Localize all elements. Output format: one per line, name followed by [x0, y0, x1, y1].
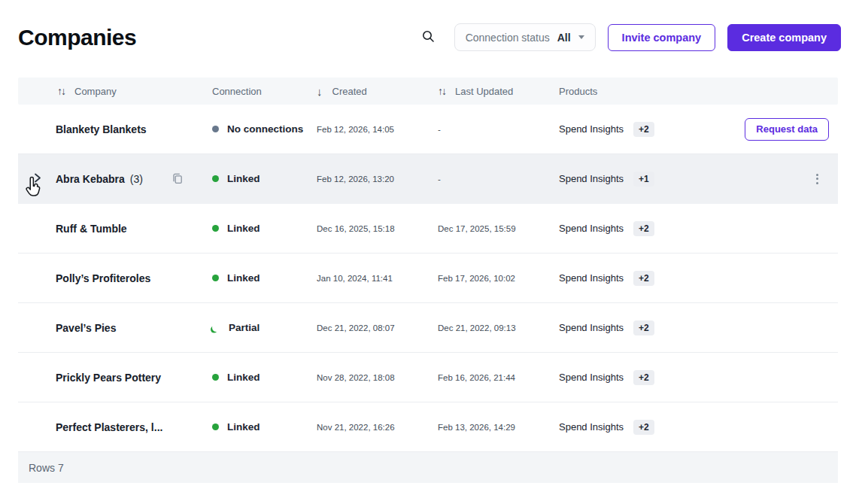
- product-badge[interactable]: +2: [633, 221, 654, 236]
- table-row[interactable]: Blankety Blankets No connections Feb 12,…: [18, 105, 838, 154]
- updated-cell: Dec 21, 2022, 09:13: [438, 323, 559, 332]
- sort-desc-icon[interactable]: ↓: [317, 86, 323, 97]
- company-cell: Prickly Pears Pottery: [56, 372, 212, 384]
- actions-cell: [694, 254, 838, 302]
- product-badge[interactable]: +2: [633, 420, 654, 435]
- copy-icon[interactable]: [170, 171, 185, 187]
- created-cell: Nov 28, 2022, 18:08: [317, 373, 438, 382]
- table-header-row: ↑↓ Company Connection ↓ Created ↑↓ Last …: [18, 77, 838, 105]
- connection-cell: Linked: [212, 372, 317, 383]
- product-label: Spend Insights: [559, 322, 624, 333]
- row-menu-button[interactable]: [813, 171, 821, 187]
- expand-cell: [18, 402, 56, 451]
- actions-cell: [694, 204, 838, 253]
- products-cell: Spend Insights +2: [559, 122, 694, 137]
- status-label: Linked: [227, 272, 260, 284]
- column-header-created[interactable]: ↓ Created: [317, 86, 438, 97]
- chevron-down-icon: [578, 35, 584, 39]
- company-cell: Blankety Blankets: [56, 123, 212, 135]
- invite-company-button[interactable]: Invite company: [608, 24, 716, 51]
- product-label: Spend Insights: [559, 123, 624, 135]
- actions-cell: [694, 353, 838, 402]
- column-header-last-updated[interactable]: ↑↓ Last Updated: [438, 86, 559, 97]
- rows-count: Rows 7: [29, 462, 64, 474]
- connection-status-icon: [212, 225, 219, 232]
- company-name: Ruff & Tumble: [56, 223, 127, 235]
- table-row[interactable]: Pavel’s Pies Partial Dec 21, 2022, 08:07…: [18, 303, 838, 353]
- products-cell: Spend Insights +2: [559, 320, 694, 335]
- products-cell: Spend Insights +1: [559, 172, 694, 187]
- request-data-button[interactable]: Request data: [745, 118, 829, 141]
- updated-cell: Dec 17, 2025, 15:59: [438, 224, 559, 233]
- search-icon: [422, 30, 435, 45]
- column-header-company[interactable]: ↑↓ Company: [18, 86, 212, 97]
- connection-cell: Linked: [212, 223, 317, 234]
- company-cell: Pavel’s Pies: [56, 322, 212, 334]
- product-badge[interactable]: +2: [633, 370, 654, 385]
- connection-status-icon: [212, 424, 219, 430]
- expand-cell: [18, 105, 56, 153]
- company-name: Abra Kebabra: [56, 173, 125, 185]
- updated-cell: -: [438, 175, 559, 184]
- column-header-connection[interactable]: Connection: [212, 86, 317, 97]
- status-label: Linked: [227, 223, 260, 234]
- product-label: Spend Insights: [559, 223, 624, 234]
- companies-table: ↑↓ Company Connection ↓ Created ↑↓ Last …: [18, 77, 838, 483]
- company-cell: Polly’s Profiteroles: [56, 272, 212, 284]
- status-label: Linked: [227, 173, 260, 184]
- product-badge[interactable]: +2: [633, 320, 654, 335]
- company-cell: Abra Kebabra (3): [56, 171, 212, 187]
- product-badge[interactable]: +1: [633, 172, 654, 187]
- status-label: Linked: [227, 421, 260, 433]
- products-cell: Spend Insights +2: [559, 370, 694, 385]
- sort-both-icon[interactable]: ↑↓: [438, 86, 445, 96]
- kebab-menu-icon: [816, 174, 818, 184]
- chevron-right-icon: [32, 172, 42, 186]
- created-cell: Feb 12, 2026, 13:20: [317, 175, 438, 184]
- products-cell: Spend Insights +2: [559, 221, 694, 236]
- status-label: Partial: [229, 322, 260, 333]
- created-cell: Dec 16, 2025, 15:18: [317, 224, 438, 233]
- column-label: Company: [74, 86, 117, 97]
- table-row[interactable]: Polly’s Profiteroles Linked Jan 10, 2024…: [18, 254, 838, 303]
- actions-cell: Request data: [694, 105, 838, 153]
- create-company-button[interactable]: Create company: [727, 24, 841, 51]
- product-label: Spend Insights: [559, 173, 624, 184]
- updated-cell: Feb 13, 2026, 14:29: [438, 423, 559, 432]
- connection-cell: Linked: [212, 173, 317, 184]
- column-header-products[interactable]: Products: [559, 86, 694, 97]
- column-label: Created: [332, 86, 367, 97]
- table-row[interactable]: Ruff & Tumble Linked Dec 16, 2025, 15:18…: [18, 204, 838, 254]
- status-label: Linked: [227, 372, 260, 383]
- actions-cell: [694, 154, 838, 203]
- column-label: Products: [559, 86, 597, 97]
- updated-cell: Feb 17, 2026, 10:02: [438, 274, 559, 283]
- connection-cell: Partial: [212, 322, 317, 333]
- updated-cell: Feb 16, 2026, 21:44: [438, 373, 559, 382]
- table-row[interactable]: Abra Kebabra (3) Linked Feb 12, 2026, 13…: [18, 154, 838, 204]
- expand-cell: [18, 154, 56, 203]
- company-name: Pavel’s Pies: [56, 322, 116, 334]
- table-row[interactable]: Prickly Pears Pottery Linked Nov 28, 202…: [18, 353, 838, 402]
- sort-both-icon[interactable]: ↑↓: [57, 86, 65, 96]
- created-cell: Jan 10, 2024, 11:41: [317, 274, 438, 283]
- connection-status-icon: [212, 126, 219, 132]
- connection-status-filter[interactable]: Connection status All: [454, 23, 596, 51]
- product-badge[interactable]: +2: [633, 271, 654, 286]
- company-count: (3): [130, 173, 143, 185]
- connection-cell: Linked: [212, 421, 317, 433]
- product-badge[interactable]: +2: [633, 122, 654, 137]
- company-name: Blankety Blankets: [56, 123, 147, 135]
- expand-cell: [18, 254, 56, 302]
- expand-cell: [18, 303, 56, 352]
- search-button[interactable]: [418, 27, 439, 48]
- connection-status-icon: [212, 275, 219, 281]
- table-row[interactable]: Perfect Plasterers, l... Linked Nov 21, …: [18, 402, 838, 452]
- expand-chevron[interactable]: [29, 169, 45, 189]
- created-cell: Feb 12, 2026, 14:05: [317, 125, 438, 134]
- column-label: Connection: [212, 86, 262, 97]
- product-label: Spend Insights: [559, 421, 624, 433]
- product-label: Spend Insights: [559, 372, 624, 383]
- company-cell: Ruff & Tumble: [56, 223, 212, 235]
- table-body: Blankety Blankets No connections Feb 12,…: [18, 105, 838, 452]
